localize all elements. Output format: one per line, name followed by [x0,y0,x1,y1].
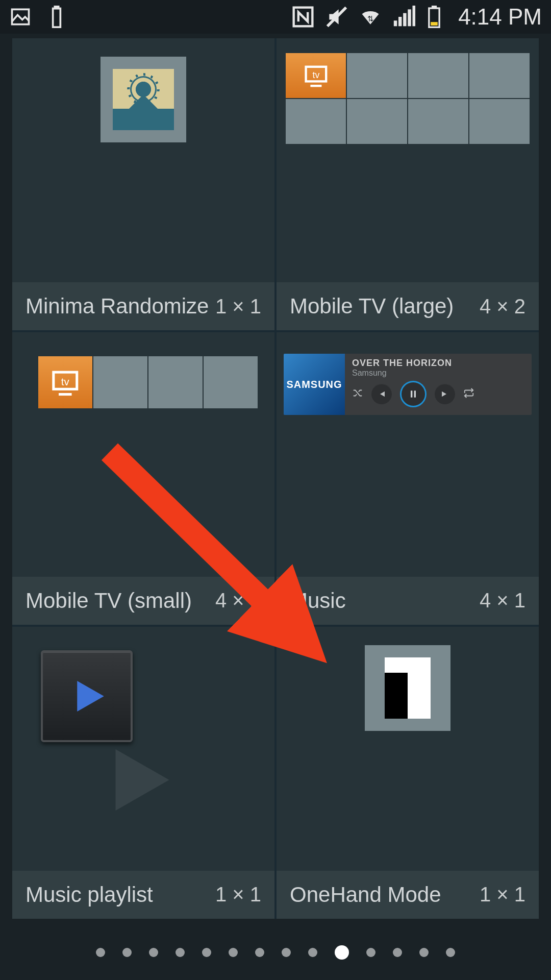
page-dot[interactable] [229,948,238,957]
music-album-art: SAMSUNG [284,354,345,415]
widget-music[interactable]: SAMSUNG OVER THE HORIZON Samsung [277,332,539,624]
widget-size: 4 × 2 [480,295,525,318]
widget-size: 4 × 1 [480,589,525,612]
picture-icon [9,6,32,28]
music-controls [352,381,524,407]
widget-mobile-tv-large[interactable]: tv Mobile TV (large) 4 × 2 [277,38,539,330]
widget-preview [12,38,274,282]
svg-text:tv: tv [61,376,70,387]
svg-rect-2 [55,6,58,9]
widget-size: 1 × 1 [480,883,525,906]
svg-rect-1 [53,9,61,28]
tv-icon: tv [38,356,93,409]
widget-mobile-tv-small[interactable]: tv Mobile TV (small) 4 × 1 [12,332,274,624]
widget-size: 4 × 1 [215,589,261,612]
play-icon-ghost [79,724,191,836]
mute-icon [325,6,348,28]
page-dot[interactable] [308,948,317,957]
page-dot[interactable] [255,948,264,957]
play-pause-button [400,381,427,407]
page-dot[interactable] [282,948,291,957]
widget-footer: Mobile TV (small) 4 × 1 [12,577,274,625]
svg-rect-8 [403,13,406,27]
svg-text:⇅: ⇅ [367,15,374,23]
repeat-icon [463,387,474,401]
previous-button [371,384,392,404]
widget-footer: Music 4 × 1 [277,577,539,625]
widget-name: Music playlist [26,883,153,907]
widget-footer: Mobile TV (large) 4 × 2 [277,282,539,330]
svg-rect-20 [411,391,412,398]
widget-footer: Minima Randomize 1 × 1 [12,282,274,330]
page-indicator[interactable] [0,948,551,960]
battery-icon [427,6,442,28]
widget-footer: OneHand Mode 1 × 1 [277,871,539,919]
svg-rect-6 [394,20,397,26]
widget-name: OneHand Mode [290,883,441,907]
minima-wallpaper-icon [113,69,174,130]
page-dot[interactable] [393,948,402,957]
widget-name: Mobile TV (large) [290,294,454,318]
widget-size: 1 × 1 [215,295,261,318]
music-track-title: OVER THE HORIZON [352,358,524,369]
page-dot[interactable] [122,948,132,957]
tv-icon: tv [285,53,346,99]
page-dot[interactable] [202,948,211,957]
svg-text:tv: tv [312,69,319,80]
page-dot[interactable] [96,948,105,957]
page-dot[interactable] [419,948,429,957]
widget-preview [12,627,274,871]
widget-footer: Music playlist 1 × 1 [12,871,274,919]
widget-preview: SAMSUNG OVER THE HORIZON Samsung [277,332,539,576]
wifi-icon: ⇅ [359,6,382,28]
status-clock: 4:14 PM [458,4,542,30]
svg-rect-9 [408,9,411,26]
page-dot[interactable] [446,948,455,957]
next-button [435,384,455,404]
battery-small-icon [51,6,62,28]
widget-minima-randomize[interactable]: Minima Randomize 1 × 1 [12,38,274,330]
widget-onehand-mode[interactable]: OneHand Mode 1 × 1 [277,627,539,919]
widget-picker-grid: Minima Randomize 1 × 1 tv Mobile TV (lar… [12,38,539,919]
widget-size: 1 × 1 [215,883,261,906]
widget-name: Minima Randomize [26,294,209,318]
nfc-icon [292,6,314,28]
widget-music-playlist[interactable]: Music playlist 1 × 1 [12,627,274,919]
svg-rect-7 [398,17,402,26]
page-dot[interactable] [149,948,158,957]
status-bar: ⇅ 4:14 PM [0,0,551,34]
widget-preview [277,627,539,871]
svg-rect-10 [413,6,416,26]
shuffle-icon [352,387,363,401]
widget-name: Mobile TV (small) [26,589,192,613]
svg-rect-21 [414,391,416,398]
onehand-icon [385,657,431,719]
signal-icon [393,6,415,28]
page-dot[interactable] [335,945,349,960]
page-dot[interactable] [176,948,185,957]
widget-name: Music [290,589,346,613]
svg-rect-13 [431,22,438,26]
music-player-widget: SAMSUNG OVER THE HORIZON Samsung [284,354,532,415]
widget-preview: tv [277,38,539,282]
page-dot[interactable] [366,948,375,957]
widget-preview: tv [12,332,274,576]
music-track-artist: Samsung [352,369,524,378]
